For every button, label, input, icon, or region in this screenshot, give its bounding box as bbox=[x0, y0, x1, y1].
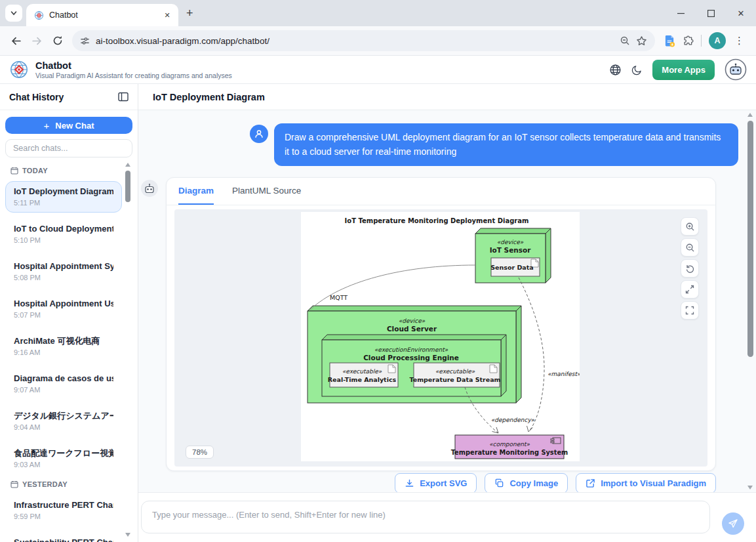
toolbar-right-cluster: A ⋮ bbox=[659, 32, 751, 49]
app-subtitle: Visual Paradigm AI Assistant for creatin… bbox=[35, 72, 603, 79]
language-globe-icon[interactable] bbox=[609, 64, 622, 76]
forward-button[interactable] bbox=[26, 30, 47, 51]
scrollbar-thumb[interactable] bbox=[125, 171, 130, 202]
zoom-level-badge: 78% bbox=[186, 446, 214, 459]
scroll-down-arrow[interactable] bbox=[747, 486, 753, 490]
window-controls: ✕ bbox=[666, 0, 756, 26]
collapse-panel-icon[interactable] bbox=[118, 92, 129, 102]
zoom-out-button[interactable] bbox=[681, 238, 699, 257]
node-cloud-server: «device» Cloud Server «executionEnvironm… bbox=[308, 306, 521, 403]
send-button[interactable] bbox=[722, 512, 744, 535]
main-scrollbar[interactable] bbox=[747, 113, 753, 490]
svg-text:Temperature Monitoring System: Temperature Monitoring System bbox=[451, 449, 568, 456]
new-tab-button[interactable]: + bbox=[186, 7, 193, 19]
copy-image-button[interactable]: Copy Image bbox=[485, 473, 568, 492]
import-to-visual-paradigm-button[interactable]: Import to Visual Paradigm bbox=[576, 473, 716, 492]
app-title: Chatbot bbox=[35, 60, 603, 71]
fullscreen-button[interactable] bbox=[681, 301, 699, 320]
card-tabs: Diagram PlantUML Source bbox=[167, 178, 715, 205]
sidebar-scrollbar[interactable] bbox=[125, 163, 130, 537]
window-minimize-button[interactable] bbox=[666, 0, 696, 26]
url-text[interactable]: ai-toolbox.visual-paradigm.com/app/chatb… bbox=[96, 36, 614, 46]
chat-history-item[interactable]: IoT Deployment Diagram 5:11 PM bbox=[5, 181, 122, 213]
user-message-row: Draw a comprehensive UML deployment diag… bbox=[138, 123, 756, 166]
diagram-viewport[interactable]: IoT Temperature Monitoring Deployment Di… bbox=[174, 209, 707, 467]
message-input[interactable] bbox=[141, 501, 710, 533]
svg-text:«dependency»: «dependency» bbox=[491, 417, 535, 423]
svg-text:MQTT: MQTT bbox=[330, 294, 348, 301]
app-logo bbox=[9, 60, 29, 79]
scrollbar-thumb[interactable] bbox=[747, 121, 753, 357]
window-close-button[interactable]: ✕ bbox=[726, 0, 756, 26]
profile-avatar[interactable]: A bbox=[709, 32, 726, 49]
app-header: Chatbot Visual Paradigm AI Assistant for… bbox=[0, 56, 756, 84]
diagram-card: Diagram PlantUML Source IoT Temperature … bbox=[166, 177, 716, 471]
artifact-temperature-data-stream: «executable» Temperature Data Stream bbox=[409, 363, 500, 387]
chat-history-item[interactable]: IoT to Cloud Deployment 5:10 PM bbox=[5, 219, 122, 250]
app-title-block: Chatbot Visual Paradigm AI Assistant for… bbox=[35, 60, 603, 79]
address-bar[interactable]: ai-toolbox.visual-paradigm.com/app/chatb… bbox=[72, 30, 655, 51]
fit-to-screen-button[interactable] bbox=[681, 280, 699, 299]
reset-view-button[interactable] bbox=[681, 259, 699, 278]
chat-history-item[interactable]: Diagrama de casos de uso bi... 9:07 AM bbox=[5, 368, 122, 400]
docs-extension-icon[interactable] bbox=[664, 35, 675, 47]
node-iot-sensor: «device» IoT Sensor Sensor Data bbox=[475, 228, 551, 283]
chat-history-item[interactable]: Hospital Appointment System 5:08 PM bbox=[5, 256, 122, 287]
edge-mqtt: MQTT bbox=[310, 265, 475, 310]
browser-tab-strip: Chatbot ✕ + ✕ bbox=[0, 0, 756, 26]
paper-plane-icon bbox=[728, 518, 738, 529]
diagram-canvas: IoT Temperature Monitoring Deployment Di… bbox=[301, 212, 580, 461]
window-maximize-button[interactable] bbox=[696, 0, 726, 26]
tab-close-icon[interactable]: ✕ bbox=[161, 9, 173, 21]
bot-avatar-icon bbox=[141, 180, 158, 197]
svg-text:Cloud Server: Cloud Server bbox=[387, 325, 437, 333]
scroll-up-arrow[interactable] bbox=[125, 163, 130, 167]
tab-diagram[interactable]: Diagram bbox=[178, 178, 214, 205]
back-button[interactable] bbox=[5, 30, 26, 51]
new-chat-button[interactable]: + New Chat bbox=[5, 117, 132, 134]
diagram-zoom-controls bbox=[681, 217, 699, 320]
user-message-bubble: Draw a comprehensive UML deployment diag… bbox=[274, 123, 738, 166]
chatbot-avatar-icon[interactable] bbox=[725, 58, 747, 81]
zoom-in-button[interactable] bbox=[681, 217, 699, 236]
tab-title: Chatbot bbox=[49, 10, 156, 20]
diagram-title: IoT Temperature Monitoring Deployment Di… bbox=[345, 217, 529, 224]
search-chats-input[interactable] bbox=[5, 139, 132, 157]
scroll-up-arrow[interactable] bbox=[747, 113, 753, 117]
scroll-down-arrow[interactable] bbox=[125, 533, 130, 537]
extensions-puzzle-icon[interactable] bbox=[683, 35, 694, 47]
svg-text:Sensor Data: Sensor Data bbox=[490, 264, 533, 271]
user-avatar bbox=[250, 125, 268, 143]
calendar-icon bbox=[10, 167, 18, 175]
section-label-yesterday: YESTERDAY bbox=[10, 480, 122, 488]
external-link-icon bbox=[586, 478, 595, 488]
zoom-out-page-icon[interactable] bbox=[620, 35, 630, 46]
svg-text:IoT Sensor: IoT Sensor bbox=[490, 246, 532, 254]
edge-manifest: «manifest» bbox=[519, 278, 580, 432]
site-settings-icon[interactable] bbox=[80, 36, 90, 46]
more-apps-button[interactable]: More Apps bbox=[652, 60, 715, 80]
reload-button[interactable] bbox=[47, 30, 68, 51]
tab-search-button[interactable] bbox=[5, 5, 22, 22]
svg-text:«device»: «device» bbox=[497, 239, 524, 245]
chat-history-item[interactable]: Sustainability PERT Chart 9:58 PM bbox=[5, 532, 122, 542]
chat-scroll-area: Draw a comprehensive UML deployment diag… bbox=[138, 110, 756, 492]
sidebar-heading: Chat History bbox=[9, 92, 64, 102]
bookmark-star-icon[interactable] bbox=[636, 35, 647, 47]
artifact-sensor-data: Sensor Data bbox=[490, 258, 540, 276]
export-svg-button[interactable]: Export SVG bbox=[395, 473, 477, 492]
browser-tab[interactable]: Chatbot ✕ bbox=[26, 4, 178, 26]
chat-history-item[interactable]: 食品配達ワークフロー視覚化 9:03 AM bbox=[5, 443, 122, 474]
chevron-down-icon bbox=[10, 9, 18, 17]
browser-menu-icon[interactable]: ⋮ bbox=[733, 35, 746, 47]
header-actions: More Apps bbox=[609, 58, 747, 81]
dark-mode-moon-icon[interactable] bbox=[631, 64, 643, 75]
chat-history-item[interactable]: デジタル銀行システムアーキ... 9:04 AM bbox=[5, 406, 122, 437]
chat-history-item[interactable]: Infrastructure PERT Chart 9:59 PM bbox=[5, 495, 122, 526]
tab-plantuml-source[interactable]: PlantUML Source bbox=[232, 178, 301, 205]
bot-message-row: Diagram PlantUML Source IoT Temperature … bbox=[138, 177, 756, 492]
svg-text:«executable»: «executable» bbox=[435, 368, 475, 375]
svg-text:«executable»: «executable» bbox=[342, 368, 382, 375]
chat-history-item[interactable]: ArchiMate 可视化电商 9:16 AM bbox=[5, 331, 122, 362]
chat-history-item[interactable]: Hospital Appointment Use C... 5:07 PM bbox=[5, 293, 122, 325]
